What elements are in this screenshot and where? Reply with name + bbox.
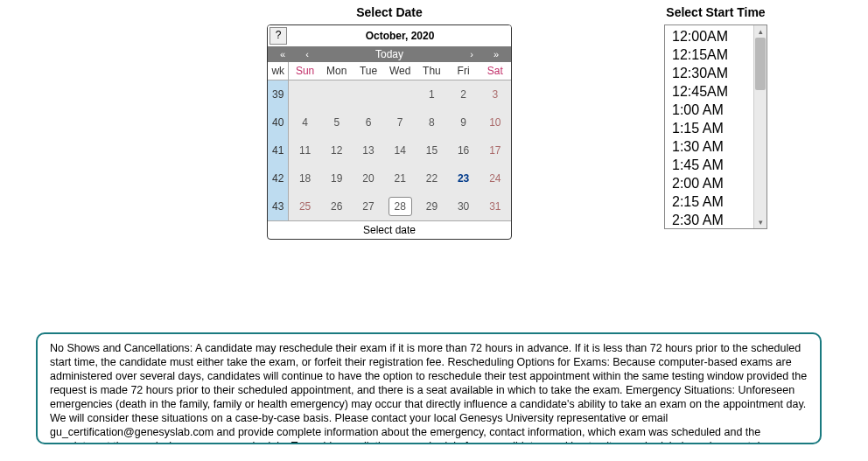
- calendar-help-button[interactable]: ?: [270, 27, 287, 45]
- day-cell[interactable]: 26: [321, 192, 353, 220]
- scroll-up-icon[interactable]: ▴: [754, 25, 766, 38]
- week-number: 41: [268, 136, 289, 164]
- time-option[interactable]: 12:00AM: [672, 27, 746, 45]
- time-option[interactable]: 1:15 AM: [672, 119, 746, 137]
- dow-tue: Tue: [353, 62, 384, 80]
- calendar-grid: wk Sun Mon Tue Wed Thu Fri Sat 391234045…: [268, 62, 511, 220]
- day-cell[interactable]: 1: [416, 80, 447, 109]
- scroll-thumb[interactable]: [755, 38, 766, 90]
- dow-fri: Fri: [448, 62, 480, 80]
- dow-mon: Mon: [321, 62, 353, 80]
- time-option[interactable]: 2:30 AM: [672, 211, 746, 228]
- dow-sun: Sun: [289, 62, 321, 80]
- day-cell: [353, 80, 384, 109]
- time-option[interactable]: 12:30AM: [672, 64, 746, 82]
- day-cell[interactable]: 3: [480, 80, 511, 109]
- day-cell[interactable]: 20: [353, 164, 384, 192]
- week-number: 39: [268, 80, 289, 109]
- day-cell[interactable]: 27: [353, 192, 384, 220]
- dow-wed: Wed: [384, 62, 416, 80]
- day-cell[interactable]: 25: [289, 192, 321, 220]
- day-cell[interactable]: 2: [448, 80, 480, 109]
- next-year-button[interactable]: »: [481, 46, 511, 62]
- calendar-nav: « ‹ Today › »: [268, 46, 511, 62]
- dow-thu: Thu: [416, 62, 447, 80]
- select-time-title: Select Start Time: [664, 5, 767, 19]
- day-cell[interactable]: 9: [448, 108, 480, 136]
- day-cell[interactable]: 6: [353, 108, 384, 136]
- calendar-footer: Select date: [268, 220, 511, 239]
- day-cell[interactable]: 17: [480, 136, 511, 164]
- day-cell[interactable]: 18: [289, 164, 321, 192]
- time-option[interactable]: 12:15AM: [672, 45, 746, 64]
- dow-wk: wk: [268, 62, 289, 80]
- day-cell[interactable]: 24: [480, 164, 511, 192]
- time-option[interactable]: 1:00 AM: [672, 101, 746, 119]
- day-cell[interactable]: 12: [321, 136, 353, 164]
- time-listbox[interactable]: 12:00AM12:15AM12:30AM12:45AM1:00 AM1:15 …: [664, 24, 767, 229]
- week-number: 43: [268, 192, 289, 220]
- dow-sat: Sat: [480, 62, 511, 80]
- day-cell: [321, 80, 353, 109]
- day-cell: [384, 80, 416, 109]
- day-cell[interactable]: 8: [416, 108, 447, 136]
- day-cell[interactable]: 23: [448, 164, 480, 192]
- day-cell[interactable]: 30: [448, 192, 480, 220]
- next-month-button[interactable]: ›: [462, 46, 481, 62]
- time-scrollbar[interactable]: ▴ ▾: [753, 25, 766, 228]
- day-cell[interactable]: 13: [353, 136, 384, 164]
- day-cell[interactable]: 16: [448, 136, 480, 164]
- day-cell[interactable]: 15: [416, 136, 447, 164]
- day-cell[interactable]: 21: [384, 164, 416, 192]
- prev-year-button[interactable]: «: [268, 46, 298, 62]
- day-cell[interactable]: 5: [321, 108, 353, 136]
- week-number: 42: [268, 164, 289, 192]
- time-option[interactable]: 2:00 AM: [672, 174, 746, 192]
- policy-text: No Shows and Cancellations: A candidate …: [36, 332, 822, 444]
- day-cell[interactable]: 31: [480, 192, 511, 220]
- day-cell[interactable]: 29: [416, 192, 447, 220]
- calendar: ? October, 2020 « ‹ Today › » wk Sun Mon…: [267, 24, 512, 240]
- day-cell[interactable]: 28: [384, 192, 416, 220]
- day-cell[interactable]: 22: [416, 164, 447, 192]
- time-option[interactable]: 12:45AM: [672, 82, 746, 101]
- today-button[interactable]: Today: [317, 46, 462, 62]
- day-cell[interactable]: 14: [384, 136, 416, 164]
- day-cell[interactable]: 19: [321, 164, 353, 192]
- time-option[interactable]: 2:15 AM: [672, 192, 746, 211]
- select-date-title: Select Date: [267, 5, 512, 19]
- day-cell[interactable]: 4: [289, 108, 321, 136]
- day-cell[interactable]: 7: [384, 108, 416, 136]
- time-option[interactable]: 1:45 AM: [672, 156, 746, 174]
- day-cell[interactable]: 10: [480, 108, 511, 136]
- scroll-down-icon[interactable]: ▾: [754, 216, 766, 228]
- time-option[interactable]: 1:30 AM: [672, 137, 746, 156]
- week-number: 40: [268, 108, 289, 136]
- day-cell[interactable]: 11: [289, 136, 321, 164]
- day-cell: [289, 80, 321, 109]
- calendar-month-label: October, 2020: [289, 28, 511, 44]
- prev-month-button[interactable]: ‹: [298, 46, 317, 62]
